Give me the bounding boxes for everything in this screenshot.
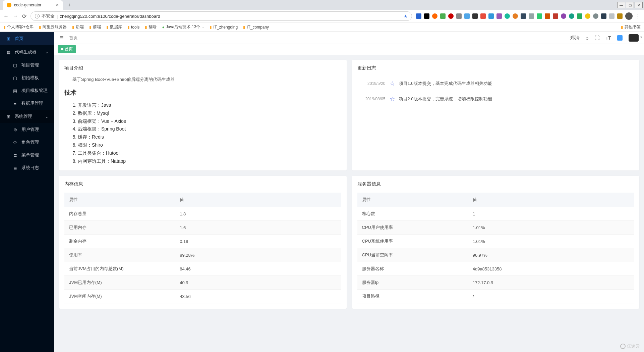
timeline-text: 项目2.0版本提交，完善系统，增加权限控制功能 [399, 96, 492, 102]
ext-icon[interactable] [456, 13, 462, 19]
maximize-button[interactable]: ▢ [626, 2, 634, 8]
ext-icon[interactable] [601, 13, 606, 19]
close-button[interactable]: ✕ [635, 2, 643, 8]
sidebar-item-template-mgmt[interactable]: ▤ 项目模板管理 [0, 84, 54, 97]
bookmark-item[interactable]: ●Java后端技术-13个… [162, 24, 204, 30]
sidebar-label: 角色管理 [21, 139, 39, 145]
table-row: CPU当前空闲率96.97% [357, 248, 634, 262]
ext-icon[interactable] [505, 13, 510, 19]
sidebar-item-system[interactable]: ⊞ 系统管理 ⌄ [0, 110, 54, 123]
bookmark-item[interactable]: ▮数据库 [106, 24, 122, 30]
font-size-icon[interactable]: тT [606, 35, 611, 41]
security-label: 不安全 [42, 13, 55, 19]
ext-icon[interactable] [513, 13, 518, 19]
sidebar-item-project-mgmt[interactable]: ▢ 项目管理 [0, 59, 54, 71]
timeline-item: 2019/08/05 ☆ 项目2.0版本提交，完善系统，增加权限控制功能 [364, 95, 628, 103]
ext-icon[interactable] [577, 13, 582, 19]
ext-icon[interactable] [480, 13, 486, 19]
user-menu[interactable] [629, 34, 639, 42]
tech-item: 权限：Shiro [78, 141, 341, 149]
profile-avatar[interactable] [625, 12, 633, 20]
browser-tab[interactable]: code-generator ✕ [3, 0, 63, 10]
content[interactable]: 项目介绍 基于Spring Boot+Vue+Shiro前后端分离的代码生成器 … [54, 55, 644, 352]
sidebar-item-codegen[interactable]: ▦ 代码生成器 ⌄ [0, 45, 54, 59]
bookmark-item[interactable]: ▮翻墙 [145, 24, 157, 30]
bookmark-item[interactable]: ▮IT_company [243, 25, 269, 30]
sidebar-label: 首页 [15, 36, 23, 42]
ext-icon[interactable] [432, 13, 437, 19]
table-row: 核心数1 [357, 207, 634, 221]
table-row: 服务器Ip172.17.0.9 [357, 276, 634, 290]
forward-button[interactable]: → [13, 13, 18, 19]
ext-icon[interactable] [585, 13, 590, 19]
star-icon: ☆ [390, 95, 395, 103]
bookmark-item[interactable]: ▮后端 [72, 24, 84, 30]
bookmark-item[interactable]: ▮个人博客+仓库 [3, 24, 34, 30]
sidebar-item-user-mgmt[interactable]: ⊕ 用户管理 [0, 123, 54, 136]
tab-bar: code-generator ✕ + — ▢ ✕ [0, 0, 644, 10]
new-tab-button[interactable]: + [64, 2, 74, 8]
system-icon: ⊞ [6, 114, 11, 119]
sidebar-label: 项目管理 [21, 62, 39, 68]
sidebar-item-database-mgmt[interactable]: ≡ 数据库管理 [0, 97, 54, 110]
table-row: 剩余内存0.19 [64, 235, 341, 248]
address-url: zhengqing520.com:8100/code-generator/das… [60, 14, 160, 19]
info-icon[interactable]: i [35, 14, 40, 18]
card-title: 项目介绍 [64, 65, 341, 71]
ext-icon[interactable] [440, 13, 446, 19]
other-bookmarks[interactable]: ▮其他书签 [621, 24, 641, 30]
table-row: JVM空闲内存(M)43.56 [64, 290, 341, 303]
bookmark-star-icon[interactable]: ★ [404, 14, 408, 19]
page-tab-home[interactable]: 首页 [58, 45, 76, 53]
theme-toggle[interactable] [617, 35, 623, 41]
tech-item: 内网穿透工具：Natapp [78, 157, 341, 165]
ext-icon[interactable] [464, 13, 470, 19]
hamburger-icon[interactable]: ☰ [60, 35, 64, 40]
back-button[interactable]: ← [3, 13, 9, 19]
sidebar-item-system-log[interactable]: ≣ 系统日志 [0, 161, 54, 174]
address-bar[interactable]: i 不安全 | zhengqing520.com:8100/code-gener… [31, 11, 412, 21]
ext-icon[interactable] [617, 13, 623, 19]
ext-icon[interactable] [545, 13, 550, 19]
memory-card: 内存信息 属性 值 内存总量1.8已用内存1.6剩余内存0.19使用率89.28… [59, 176, 347, 309]
chevron-down-icon: ⌄ [45, 114, 48, 119]
folder-icon: ▮ [127, 25, 130, 30]
close-icon[interactable]: ✕ [56, 3, 59, 7]
sidebar-item-role-mgmt[interactable]: ♔ 角色管理 [0, 136, 54, 149]
ext-icon[interactable] [424, 13, 429, 19]
minimize-button[interactable]: — [617, 2, 625, 8]
ext-icon[interactable] [496, 13, 502, 19]
ext-icon[interactable] [521, 13, 526, 19]
table-cell-attr: 使用率 [64, 248, 175, 262]
user-name: 郑清 [570, 35, 580, 41]
bookmark-item[interactable]: ▮阿里云服务器 [39, 24, 67, 30]
search-icon[interactable]: ⌕ [586, 35, 589, 41]
menu-icon[interactable]: ⋮ [635, 13, 641, 19]
ext-icon[interactable] [529, 13, 534, 19]
bookmark-item[interactable]: ▮IT_zhengqing [210, 25, 238, 30]
table-cell-attr: 内存总量 [64, 207, 175, 221]
sidebar-label: 项目模板管理 [21, 88, 48, 94]
ext-icon[interactable] [561, 13, 566, 19]
ext-icon[interactable] [472, 13, 478, 19]
sidebar-item-home[interactable]: ⊞ 首页 [0, 32, 54, 45]
bookmark-item[interactable]: ▮tools [127, 25, 139, 30]
extension-icons: ⋮ [416, 12, 641, 20]
bookmark-item[interactable]: ▮前端 [89, 24, 101, 30]
ext-icon[interactable] [488, 13, 494, 19]
ext-icon[interactable] [416, 13, 421, 19]
ext-icon[interactable] [448, 13, 454, 19]
fullscreen-icon[interactable]: ⛶ [595, 35, 600, 41]
sidebar-item-menu-mgmt[interactable]: ≣ 菜单管理 [0, 149, 54, 161]
table-cell-attr: 项目路径 [357, 290, 468, 303]
ext-icon[interactable] [593, 13, 598, 19]
role-icon: ♔ [13, 140, 17, 145]
ext-icon[interactable] [553, 13, 558, 19]
ext-icon[interactable] [569, 13, 574, 19]
table-cell-val: 1.8 [175, 207, 341, 221]
ext-icon[interactable] [537, 13, 542, 19]
timeline-item: 2019/5/20 ☆ 项目1.0版本提交，基本完成代码生成器相关功能 [364, 80, 628, 87]
sidebar-item-init-template[interactable]: ▢ 初始模板 [0, 71, 54, 84]
reload-button[interactable]: ⟳ [22, 13, 26, 19]
ext-icon[interactable] [609, 13, 614, 19]
